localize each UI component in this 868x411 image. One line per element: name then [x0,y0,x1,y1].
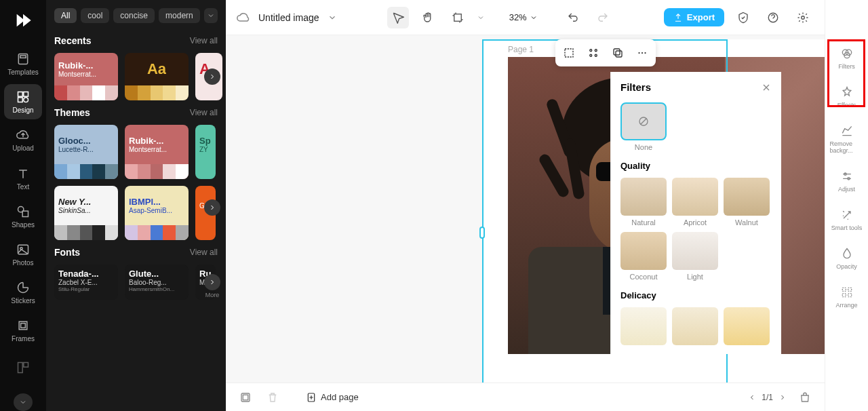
crop-dropdown[interactable] [477,14,485,22]
nav-templates[interactable]: Templates [4,46,42,81]
nav-text[interactable]: Text [4,160,42,195]
rtool-smart-tools[interactable]: Smart tools [830,202,864,237]
filter-delicacy-item[interactable] [672,307,718,348]
filter-none[interactable] [620,102,667,140]
filter-natural[interactable]: Natural [620,178,667,227]
nav-more-hidden [4,351,42,387]
svg-point-21 [595,54,597,56]
filter-delicacy-item[interactable] [724,307,770,348]
svg-rect-3 [24,92,28,97]
rtool-arrange[interactable]: Arrange [830,279,864,314]
tag-all[interactable]: All [54,8,77,23]
svg-rect-23 [614,49,620,55]
themes-next-button[interactable] [204,199,220,216]
tag-cool[interactable]: cool [81,8,109,23]
delete-button[interactable] [264,389,281,406]
svg-rect-12 [18,363,23,373]
theme-card[interactable]: SpZY [195,125,216,179]
tag-filter-row: All cool concise modern [46,8,226,33]
fonts-view-all[interactable]: View all [190,248,218,257]
settings-icon[interactable] [792,7,814,28]
svg-rect-17 [565,49,573,57]
add-page-button[interactable]: Add page [306,392,359,403]
tag-concise[interactable]: concise [113,8,155,23]
export-button[interactable]: Export [664,8,724,26]
nav-design[interactable]: Design [4,84,42,119]
rtool-remove-bg[interactable]: Remove backgr... [830,118,864,159]
crop-tool-button[interactable] [447,7,469,28]
filters-close-button[interactable] [761,82,772,93]
nav-shapes[interactable]: Shapes [4,199,42,234]
filter-delicacy-item[interactable] [620,307,667,348]
filter-walnut[interactable]: Walnut [724,178,770,227]
tag-dropdown[interactable] [204,8,218,23]
selection-toolbar [555,39,656,66]
filter-coconut[interactable]: Coconut [620,232,667,281]
design-panel: All cool concise modern RecentsView all … [46,0,226,411]
duplicate-button[interactable] [608,43,627,62]
help-icon[interactable] [762,7,784,28]
nav-expand-button[interactable] [14,393,33,411]
zoom-level[interactable]: 32% [509,12,538,22]
shield-icon[interactable] [732,7,754,28]
svg-rect-22 [616,51,622,57]
bottom-bar: Add page 1/1 [226,383,825,411]
svg-rect-11 [21,324,26,328]
resize-handle-left[interactable] [479,227,485,239]
more-options-button[interactable] [633,43,652,62]
crop-selection-button[interactable] [559,43,578,62]
quality-title: Quality [620,161,772,171]
font-card[interactable]: Tenada-...Zacbel X-E...Stilu-Regular [54,265,118,300]
ai-tools-button[interactable] [584,43,603,62]
filter-light[interactable]: Light [672,232,718,281]
filters-panel: Filters None Quality Natural Apricot Wal… [610,72,781,354]
prev-page-button[interactable] [748,393,756,402]
nav-stickers[interactable]: Stickers [4,275,42,310]
svg-point-5 [24,98,28,102]
next-page-button[interactable] [778,393,787,402]
svg-point-18 [590,50,592,52]
page-navigation: 1/1 [748,393,787,402]
svg-rect-4 [18,98,23,102]
font-card[interactable]: Glute...Baloo-Reg...HammersmithOn... [125,265,189,300]
nav-upload[interactable]: Upload [4,122,42,157]
move-tool-button[interactable] [387,7,409,28]
recents-view-all[interactable]: View all [190,36,218,45]
hand-tool-button[interactable] [417,7,439,28]
document-name-dropdown[interactable] [328,13,337,22]
themes-view-all[interactable]: View all [190,108,218,117]
recents-section: RecentsView all Rubik-...Montserrat... A… [46,35,226,104]
document-name[interactable]: Untitled image [258,12,319,23]
nav-photos[interactable]: Photos [4,237,42,272]
filter-none-label: None [620,143,667,151]
theme-card[interactable]: IBMPl...Asap-SemiB... [125,186,189,240]
rtool-effects[interactable]: Effects [830,79,864,114]
fonts-section: FontsView all Tenada-...Zacbel X-E...Sti… [46,247,226,304]
recent-card[interactable]: Aa [125,53,189,100]
rtool-filters[interactable]: Filters [830,41,864,75]
shopping-bag-icon[interactable] [796,389,814,406]
theme-card[interactable]: Rubik-...Montserrat... [125,125,189,179]
undo-button[interactable] [562,7,584,28]
theme-card[interactable]: Glooc...Lucette-R... [54,125,118,179]
filter-apricot[interactable]: Apricot [672,178,718,227]
svg-rect-7 [22,211,28,216]
fonts-next-button[interactable]: More [204,274,220,290]
svg-rect-13 [24,363,28,368]
rtool-adjust[interactable]: Adjust [830,163,864,198]
left-toolbar: Templates Design Upload Text Shapes Phot… [0,0,46,411]
app-logo[interactable] [12,9,35,31]
recents-next-button[interactable] [204,68,220,85]
theme-card[interactable]: New Y...SinkinSa... [54,186,118,240]
svg-rect-29 [243,395,248,400]
filters-title: Filters [620,81,651,93]
redo-button[interactable] [592,7,614,28]
canvas[interactable]: Page 1 [226,35,825,383]
svg-rect-2 [18,92,23,97]
tag-modern[interactable]: modern [159,8,200,23]
themes-title: Themes [54,107,90,118]
layers-button[interactable] [237,389,254,406]
recent-card[interactable]: Rubik-...Montserrat... [54,53,118,100]
rtool-opacity[interactable]: Opacity [830,241,864,275]
nav-frames[interactable]: Frames [4,313,42,348]
